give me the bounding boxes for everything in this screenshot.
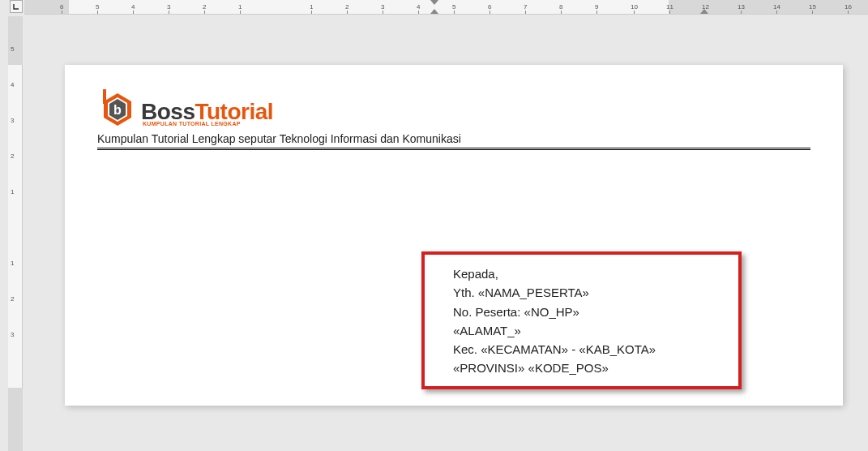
- address-line-4: «ALAMAT_»: [453, 321, 710, 340]
- ruler-mark: 13: [738, 0, 745, 14]
- ruler-mark: 6: [60, 0, 63, 14]
- logo-container: b BossTutorial KUMPULAN TUTORIAL LENGKAP: [97, 89, 810, 130]
- ruler-v-mark: 2: [11, 295, 14, 303]
- ruler-mark: 6: [488, 0, 491, 14]
- address-highlight-box: Kepada, Yth. «NAMA_PESERTA» No. Peserta:…: [421, 251, 742, 389]
- tab-stop-selector[interactable]: [10, 0, 23, 13]
- logo-brand: BossTutorial: [141, 101, 273, 123]
- ruler-mark: 3: [167, 0, 170, 14]
- ruler-mark: 3: [381, 0, 384, 14]
- ruler-mark: 4: [131, 0, 135, 14]
- logo-icon: b: [97, 89, 138, 130]
- ruler-mark: 2: [203, 0, 206, 14]
- ruler-v-mark: 1: [11, 188, 14, 195]
- ruler-mark: 11: [666, 0, 673, 14]
- ruler-mark: 5: [452, 0, 455, 14]
- ruler-v-mark: 3: [11, 331, 14, 338]
- address-line-3: No. Peserta: «NO_HP»: [453, 303, 710, 321]
- logo-tagline: KUMPULAN TUTORIAL LENGKAP: [143, 121, 273, 127]
- ruler-v-mark: 5: [11, 45, 14, 53]
- address-line-2: Yth. «NAMA_PESERTA»: [453, 283, 710, 302]
- svg-text:b: b: [113, 103, 122, 117]
- ruler-mark: 10: [631, 0, 638, 14]
- first-line-indent-marker[interactable]: [430, 0, 438, 5]
- address-line-6: «PROVINSI» «KODE_POS»: [453, 359, 710, 377]
- address-line-1: Kepada,: [453, 264, 710, 283]
- ruler-v-mark: 4: [11, 81, 14, 88]
- header-subtitle: Kumpulan Tutorial Lengkap seputar Teknol…: [97, 132, 810, 150]
- ruler-mark: 15: [809, 0, 816, 14]
- address-line-5: Kec. «KECAMATAN» - «KAB_KOTA»: [453, 340, 710, 359]
- ruler-mark: 5: [96, 0, 99, 14]
- ruler-mark: 14: [773, 0, 780, 14]
- ruler-mark: 1: [310, 0, 313, 14]
- ruler-mark: 16: [844, 0, 852, 14]
- horizontal-ruler[interactable]: 6 5 4 3 2 1 1 2 3 4 5 6 7 8 9 10 11 12 1…: [24, 0, 868, 15]
- document-page: b BossTutorial KUMPULAN TUTORIAL LENGKAP…: [65, 65, 843, 406]
- ruler-v-mark: 2: [11, 152, 14, 160]
- ruler-v-mark: 3: [11, 117, 14, 124]
- ruler-mark: 8: [559, 0, 562, 14]
- ruler-mark: 1: [238, 0, 242, 14]
- svg-rect-4: [103, 89, 106, 104]
- document-area[interactable]: b BossTutorial KUMPULAN TUTORIAL LENGKAP…: [24, 16, 868, 451]
- ruler-mark: 9: [595, 0, 598, 14]
- vertical-ruler[interactable]: 5 4 3 2 1 1 2 3: [8, 16, 23, 451]
- hanging-indent-marker[interactable]: [430, 9, 438, 14]
- right-indent-marker[interactable]: [700, 9, 708, 14]
- ruler-mark: 7: [524, 0, 527, 14]
- ruler-mark: 2: [345, 0, 348, 14]
- ruler-mark: 4: [417, 0, 420, 14]
- ruler-v-mark: 1: [11, 260, 14, 267]
